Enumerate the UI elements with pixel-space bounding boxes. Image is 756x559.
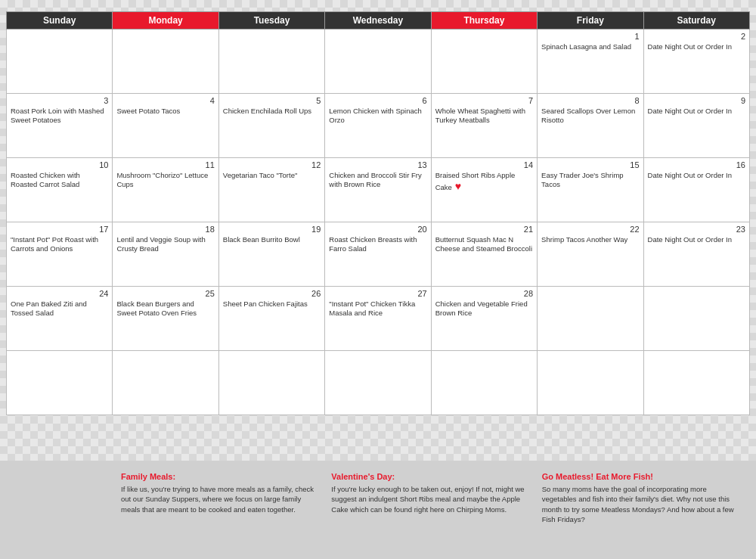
day-number: 14: [435, 160, 533, 169]
calendar-day: [538, 351, 643, 415]
meal-text: Date Night Out or Order In: [648, 171, 732, 179]
day-number: 20: [329, 225, 426, 234]
col-header-friday: Friday: [538, 12, 643, 30]
day-number: 5: [223, 96, 321, 105]
day-number: 7: [435, 96, 533, 105]
tips-section: Family Meals:If like us, you're trying t…: [0, 461, 756, 559]
meal-text: Seared Scallops Over Lemon Risotto: [541, 107, 635, 124]
calendar-day: 18Lentil and Veggie Soup with Crusty Bre…: [113, 222, 218, 287]
tip-block: Go Meatless! Eat More Fish!So many moms …: [542, 472, 741, 524]
page-wrapper: SundayMondayTuesdayWednesdayThursdayFrid…: [0, 0, 756, 559]
day-number: 12: [223, 160, 321, 169]
calendar-day: 24One Pan Baked Ziti and Tossed Salad: [7, 287, 113, 351]
day-number: 19: [223, 225, 321, 234]
calendar-day: [218, 351, 324, 415]
calendar-area: SundayMondayTuesdayWednesdayThursdayFrid…: [0, 0, 756, 461]
day-number: 9: [648, 96, 745, 105]
meal-text: Date Night Out or Order In: [648, 42, 732, 51]
tip-title: Go Meatless! Eat More Fish!: [542, 472, 741, 481]
calendar-day: 23Date Night Out or Order In: [643, 222, 749, 287]
calendar-day: 13Chicken and Broccoli Stir Fry with Bro…: [325, 158, 431, 222]
col-header-tuesday: Tuesday: [218, 12, 324, 30]
day-number: 13: [329, 160, 426, 169]
day-number: 10: [11, 160, 108, 169]
meal-text: Whole Wheat Spaghetti with Turkey Meatba…: [435, 107, 525, 124]
calendar-day: 6Lemon Chicken with Spinach Orzo: [325, 94, 431, 158]
calendar-day: 10Roasted Chicken with Roasted Carrot Sa…: [7, 158, 113, 222]
calendar-day: 4Sweet Potato Tacos: [113, 94, 218, 158]
meal-text: Spinach Lasagna and Salad: [541, 42, 631, 51]
meal-text: Black Bean Burgers and Sweet Potato Oven…: [116, 300, 197, 317]
meal-text: Roasted Chicken with Roasted Carrot Sala…: [11, 171, 80, 188]
calendar-day: [538, 287, 643, 351]
calendar-table: SundayMondayTuesdayWednesdayThursdayFrid…: [6, 11, 750, 415]
day-number: 28: [435, 289, 533, 298]
calendar-day: 26Sheet Pan Chicken Fajitas: [218, 287, 324, 351]
calendar-day: 5Chicken Enchilada Roll Ups: [218, 94, 324, 158]
calendar-day: [7, 351, 113, 415]
calendar-week-4: 17"Instant Pot" Pot Roast with Carrots a…: [7, 222, 750, 287]
day-number: 1: [541, 32, 639, 41]
meal-text: "Instant Pot" Chicken Tikka Masala and R…: [329, 300, 415, 317]
calendar-day: 9Date Night Out or Order In: [643, 94, 749, 158]
day-number: 17: [11, 225, 108, 234]
calendar-day: [643, 351, 749, 415]
day-number: 23: [648, 225, 745, 234]
day-number: 18: [116, 225, 214, 234]
calendar-day: [325, 351, 431, 415]
meal-text: Chicken and Broccoli Stir Fry with Brown…: [329, 171, 421, 188]
tip-body: So many moms have the goal of incorporat…: [542, 484, 741, 524]
day-number: 22: [541, 225, 639, 234]
meal-text: Roast Pork Loin with Mashed Sweet Potato…: [11, 107, 104, 124]
meal-text: Date Night Out or Order In: [648, 107, 732, 115]
calendar-day: 11Mushroom "Chorizo" Lettuce Cups: [113, 158, 218, 222]
calendar-day: [113, 351, 218, 415]
meal-text: Chicken Enchilada Roll Ups: [223, 107, 311, 115]
calendar-day: 28Chicken and Vegetable Fried Brown Rice: [431, 287, 537, 351]
calendar-day: 20Roast Chicken Breasts with Farro Salad: [325, 222, 431, 287]
calendar-header-row: SundayMondayTuesdayWednesdayThursdayFrid…: [7, 12, 750, 30]
meal-text: Lentil and Veggie Soup with Crusty Bread: [116, 235, 205, 253]
calendar-day: [643, 287, 749, 351]
calendar-day: 21Butternut Squash Mac N Cheese and Stea…: [431, 222, 537, 287]
col-header-thursday: Thursday: [431, 12, 537, 30]
meal-text: Sweet Potato Tacos: [116, 107, 180, 115]
meal-text: Chicken and Vegetable Fried Brown Rice: [435, 300, 528, 317]
calendar-day: [431, 30, 537, 94]
calendar-week-5: 24One Pan Baked Ziti and Tossed Salad25B…: [7, 287, 750, 351]
calendar-day: 2Date Night Out or Order In: [643, 30, 749, 94]
day-number: 26: [223, 289, 321, 298]
tip-title: Valentine's Day:: [331, 472, 530, 481]
day-number: 25: [116, 289, 214, 298]
calendar-day: [325, 30, 431, 94]
calendar-day: 19Black Bean Burrito Bowl: [218, 222, 324, 287]
calendar-day: 1Spinach Lasagna and Salad: [538, 30, 643, 94]
calendar-week-2: 3Roast Pork Loin with Mashed Sweet Potat…: [7, 94, 750, 158]
day-number: 15: [541, 160, 639, 169]
tip-block: Valentine's Day:If you're lucky enough t…: [331, 472, 530, 524]
day-number: 6: [329, 96, 426, 105]
meal-text: Sheet Pan Chicken Fajitas: [223, 300, 308, 308]
meal-text: Braised Short Ribs Apple Cake: [435, 171, 516, 191]
calendar-day: 17"Instant Pot" Pot Roast with Carrots a…: [7, 222, 113, 287]
calendar-week-6: [7, 351, 750, 415]
calendar-day: 8Seared Scallops Over Lemon Risotto: [538, 94, 643, 158]
day-number: 2: [648, 32, 745, 41]
meal-text: Roast Chicken Breasts with Farro Salad: [329, 235, 417, 253]
calendar-week-1: 1Spinach Lasagna and Salad2Date Night Ou…: [7, 30, 750, 94]
day-number: 27: [329, 289, 426, 298]
day-number: 8: [541, 96, 639, 105]
calendar-day: [7, 30, 113, 94]
meal-text: Butternut Squash Mac N Cheese and Steame…: [435, 235, 532, 253]
col-header-sunday: Sunday: [7, 12, 113, 30]
col-header-monday: Monday: [113, 12, 218, 30]
day-number: 11: [116, 160, 214, 169]
calendar-day: [431, 351, 537, 415]
tip-title: Family Meals:: [121, 472, 320, 481]
meal-text: Vegetarian Taco "Torte": [223, 171, 297, 179]
meal-text: Date Night Out or Order In: [648, 235, 732, 244]
calendar-day: 16Date Night Out or Order In: [643, 158, 749, 222]
tip-body: If like us, you're trying to have more m…: [121, 484, 320, 514]
calendar-day: 12Vegetarian Taco "Torte": [218, 158, 324, 222]
day-number: 16: [648, 160, 745, 169]
